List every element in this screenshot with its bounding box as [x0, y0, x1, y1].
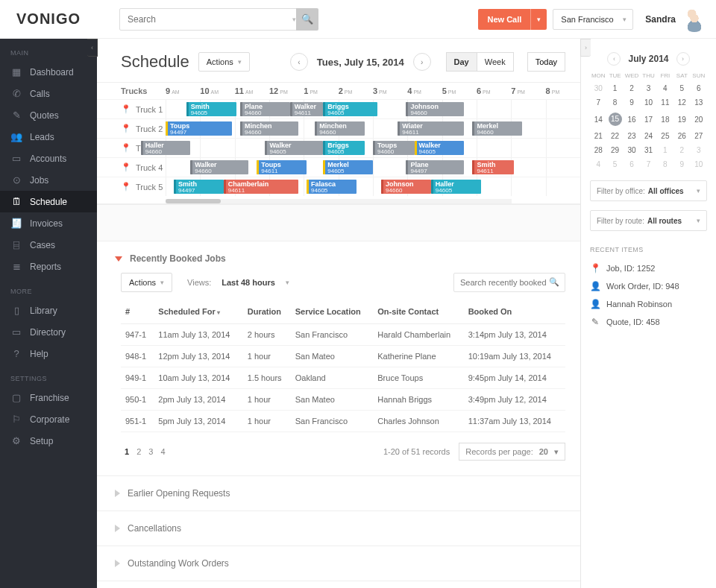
- views-value[interactable]: Last 48 hours: [222, 278, 275, 287]
- page-link[interactable]: 1: [121, 447, 133, 456]
- calendar-day[interactable]: 6: [624, 157, 640, 171]
- sidebar-item-help[interactable]: ?Help: [0, 343, 97, 364]
- recent-item[interactable]: 👤Hannah Robinson: [590, 295, 707, 313]
- schedule-job[interactable]: Briggs94605: [323, 102, 377, 116]
- today-button[interactable]: Today: [527, 52, 565, 72]
- schedule-job[interactable]: Minchen94660: [315, 121, 365, 136]
- calendar-day[interactable]: 26: [673, 129, 690, 143]
- column-header[interactable]: Booked On: [464, 300, 565, 324]
- column-header[interactable]: Duration: [243, 300, 291, 324]
- calendar-day[interactable]: 5: [673, 81, 690, 95]
- office-selector[interactable]: San Francisco ▾: [553, 9, 633, 30]
- calendar-day[interactable]: 6: [691, 81, 707, 95]
- schedule-job[interactable]: Toups94660: [373, 141, 415, 155]
- calendar-day[interactable]: 13: [691, 95, 707, 110]
- collapsed-section[interactable]: Uncompleted Jobs: [97, 581, 580, 588]
- schedule-job[interactable]: Walker94605: [415, 141, 465, 155]
- new-call-dropdown[interactable]: ▾: [530, 9, 547, 30]
- schedule-job[interactable]: Toups94611: [257, 160, 307, 174]
- collapsed-section[interactable]: Cancellations: [97, 510, 580, 546]
- sidebar-item-jobs[interactable]: ⊙Jobs: [0, 169, 97, 191]
- sidebar-item-franchise[interactable]: ▢Franchise: [0, 387, 97, 408]
- calendar-day[interactable]: 27: [691, 129, 707, 143]
- table-row[interactable]: 948-112pm July 13, 20141 hourSan MateoKa…: [121, 346, 565, 367]
- table-row[interactable]: 949-110am July 13, 20141.5 hoursOaklandB…: [121, 367, 565, 389]
- calendar-day[interactable]: 30: [624, 143, 640, 157]
- schedule-job[interactable]: Smith94497: [174, 180, 224, 194]
- calendar-day[interactable]: 8: [606, 95, 623, 110]
- view-week-tab[interactable]: Week: [477, 52, 514, 72]
- recent-item[interactable]: ✎Quote, ID: 458: [590, 313, 707, 331]
- scrollbar-thumb[interactable]: [166, 199, 221, 203]
- calendar-day[interactable]: 8: [657, 157, 673, 171]
- column-header[interactable]: Scheduled For▾: [154, 300, 242, 324]
- calendar-day[interactable]: 2: [673, 143, 690, 157]
- calendar-day[interactable]: 3: [640, 81, 656, 95]
- calendar-day[interactable]: 9: [624, 95, 640, 110]
- records-per-page-selector[interactable]: Records per page:20▾: [459, 443, 565, 461]
- calendar-day[interactable]: 31: [640, 143, 656, 157]
- calendar-day[interactable]: 14: [590, 110, 606, 129]
- calendar-day[interactable]: 22: [606, 129, 623, 143]
- schedule-job[interactable]: Walker94605: [265, 141, 323, 155]
- schedule-job[interactable]: Briggs94605: [323, 141, 365, 155]
- filter-route-dropdown[interactable]: Filter by route:All routes▾: [590, 210, 707, 231]
- schedule-job[interactable]: Johnson94660: [381, 180, 431, 194]
- sidebar-item-schedule[interactable]: 🗓Schedule: [0, 191, 97, 212]
- prev-day-button[interactable]: ‹: [290, 53, 308, 71]
- schedule-actions-dropdown[interactable]: Actions▾: [198, 52, 250, 72]
- table-row[interactable]: 950-12pm July 13, 20141 hourSan MateoHan…: [121, 389, 565, 411]
- calendar-day[interactable]: 12: [673, 95, 690, 110]
- calendar-day[interactable]: 3: [691, 143, 707, 157]
- calendar-day[interactable]: 23: [624, 129, 640, 143]
- calendar-day[interactable]: 17: [640, 110, 656, 129]
- schedule-job[interactable]: Walker94660: [190, 160, 248, 174]
- calendar-day[interactable]: 28: [590, 143, 606, 157]
- user-avatar[interactable]: [682, 7, 707, 32]
- column-header[interactable]: On-site Contact: [373, 300, 463, 324]
- page-link[interactable]: 4: [157, 447, 169, 456]
- sidebar-item-library[interactable]: ▯Library: [0, 300, 97, 321]
- cal-next-button[interactable]: ›: [676, 52, 690, 66]
- collapsed-section[interactable]: Earlier Opening Requests: [97, 475, 580, 510]
- calendar-day[interactable]: 20: [691, 110, 707, 129]
- calendar-day[interactable]: 15: [606, 110, 623, 129]
- calendar-day[interactable]: 24: [640, 129, 656, 143]
- schedule-job[interactable]: Smith94611: [472, 160, 514, 174]
- sidebar-item-accounts[interactable]: ▭Accounts: [0, 148, 97, 169]
- sidebar-item-corporate[interactable]: ⚐Corporate: [0, 408, 97, 430]
- calendar-day[interactable]: 9: [673, 157, 690, 171]
- column-header[interactable]: Service Location: [291, 300, 374, 324]
- calendar-day[interactable]: 1: [657, 143, 673, 157]
- mini-calendar[interactable]: MONTUEWEDTHUFRISATSUN 301234567891011121…: [590, 70, 707, 171]
- table-row[interactable]: 947-111am July 13, 20142 hoursSan Franci…: [121, 324, 565, 346]
- calendar-day[interactable]: 10: [691, 157, 707, 171]
- calendar-day[interactable]: 7: [640, 157, 656, 171]
- calendar-day[interactable]: 18: [657, 110, 673, 129]
- jobs-actions-dropdown[interactable]: Actions▾: [121, 273, 172, 292]
- sidebar-item-leads[interactable]: 👥Leads: [0, 126, 97, 148]
- calendar-day[interactable]: 25: [657, 129, 673, 143]
- calendar-day[interactable]: 5: [606, 157, 623, 171]
- calendar-day[interactable]: 16: [624, 110, 640, 129]
- new-call-button[interactable]: New Call: [478, 9, 530, 30]
- schedule-job[interactable]: Haller94660: [141, 141, 191, 155]
- schedule-job[interactable]: Merkel94660: [472, 121, 522, 136]
- sidebar-collapse-button[interactable]: ‹: [87, 39, 98, 57]
- cal-prev-button[interactable]: ‹: [607, 52, 621, 66]
- schedule-job[interactable]: Falasca94605: [307, 180, 357, 194]
- calendar-day[interactable]: 29: [606, 143, 623, 157]
- right-panel-collapse-button[interactable]: ›: [580, 39, 591, 57]
- recently-booked-header[interactable]: Recently Booked Jobs: [97, 241, 580, 270]
- schedule-job[interactable]: Toups94497: [166, 121, 232, 136]
- schedule-job[interactable]: Merkel94605: [323, 160, 373, 174]
- calendar-day[interactable]: 1: [606, 81, 623, 95]
- sidebar-item-dashboard[interactable]: ▦Dashboard: [0, 61, 97, 83]
- pagination[interactable]: 1234: [121, 447, 169, 456]
- page-link[interactable]: 3: [145, 447, 157, 456]
- calendar-day[interactable]: 19: [673, 110, 690, 129]
- sidebar-item-invoices[interactable]: 🧾Invoices: [0, 212, 97, 234]
- schedule-job[interactable]: Minchen94660: [240, 121, 298, 136]
- schedule-job[interactable]: Haller94605: [431, 180, 481, 194]
- schedule-job[interactable]: Plane94497: [406, 160, 464, 174]
